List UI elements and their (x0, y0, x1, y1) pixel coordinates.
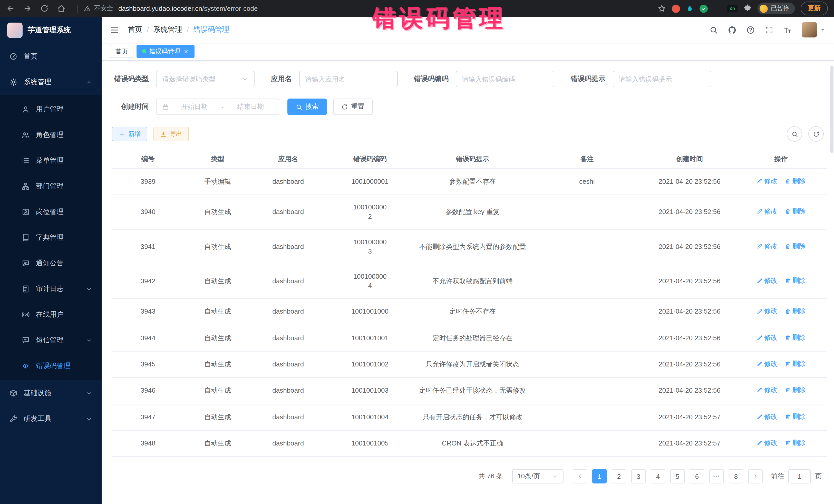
user-menu[interactable] (802, 22, 826, 38)
extension-drop-icon[interactable] (686, 4, 694, 13)
breadcrumb-system[interactable]: 系统管理 (153, 25, 182, 35)
tab-error-code[interactable]: 错误码管理 (136, 45, 195, 58)
browser-reload-icon[interactable] (40, 4, 49, 13)
page-button-2[interactable]: 2 (612, 469, 626, 483)
edit-link[interactable]: 修改 (756, 276, 777, 285)
sidebar-item-menu-list[interactable]: 菜单管理 (0, 148, 102, 174)
extensions-puzzle-icon[interactable] (743, 4, 752, 13)
date-range-picker[interactable]: 开始日期 - 结束日期 (156, 98, 279, 115)
delete-link[interactable]: 删除 (785, 177, 806, 186)
sidebar-item-badge[interactable]: 岗位管理 (0, 199, 102, 225)
delete-link[interactable]: 删除 (785, 241, 806, 251)
security-indicator[interactable]: 不安全 (84, 4, 113, 13)
delete-icon (785, 361, 791, 367)
browser-home-icon[interactable] (57, 4, 66, 13)
check-icon (701, 6, 706, 11)
sidebar-item-label: 角色管理 (36, 130, 64, 139)
next-page-button[interactable] (748, 469, 763, 483)
edit-link[interactable]: 修改 (756, 359, 777, 369)
close-icon[interactable] (183, 48, 189, 54)
hamburger-icon[interactable] (110, 25, 119, 35)
error-code-input[interactable] (456, 71, 554, 87)
font-size-icon[interactable] (783, 25, 792, 34)
page-button-1[interactable]: 1 (592, 469, 607, 483)
error-type-select[interactable]: 请选择错误码类型 (156, 71, 255, 87)
sidebar-item-devtools[interactable]: 研发工具 (0, 406, 102, 432)
sidebar-item-infra[interactable]: 基础设施 (0, 380, 102, 406)
table-row: 3942自动生成dashboard1001000004不允许获取敏感配置到前端2… (112, 264, 827, 299)
page-button-5[interactable]: 5 (670, 469, 685, 483)
edit-icon (756, 440, 763, 446)
edit-link[interactable]: 修改 (756, 438, 777, 447)
delete-link[interactable]: 删除 (785, 333, 806, 342)
breadcrumb-home[interactable]: 首页 (128, 25, 142, 35)
toggle-search-button[interactable] (787, 126, 802, 141)
fullscreen-icon[interactable] (765, 25, 773, 34)
help-icon[interactable] (746, 25, 755, 34)
sidebar-item-tree[interactable]: 部门管理 (0, 174, 102, 199)
sidebar-item-user[interactable]: 用户管理 (0, 96, 102, 122)
pager-goto: 前往 页 (771, 469, 822, 483)
edit-icon (756, 243, 763, 249)
delete-link[interactable]: 删除 (785, 438, 806, 447)
edit-link[interactable]: 修改 (756, 207, 777, 216)
sidebar-item-home[interactable]: 首页 (0, 44, 102, 69)
add-button[interactable]: 新增 (112, 127, 147, 141)
page-button-6[interactable]: 6 (690, 469, 704, 483)
delete-link-label: 删除 (792, 333, 806, 342)
delete-link[interactable]: 删除 (785, 359, 806, 369)
sidebar-item-system[interactable]: 系统管理 (0, 69, 102, 95)
bookmark-star-icon[interactable] (657, 4, 666, 13)
extension-on-icon[interactable]: on (727, 5, 738, 12)
sidebar-item-code[interactable]: 错误码管理 (0, 353, 102, 379)
app-logo-row[interactable]: 芋道管理系统 (0, 17, 102, 44)
extension-grid-icon[interactable] (714, 4, 722, 13)
page-size-select[interactable]: 10条/页 (512, 469, 564, 483)
pager-ellipsis[interactable]: ••• (709, 469, 724, 483)
edit-link[interactable]: 修改 (756, 333, 777, 342)
search-button[interactable]: 搜索 (287, 98, 327, 115)
browser-forward-icon[interactable] (23, 4, 32, 13)
app-name-input[interactable] (299, 71, 397, 87)
sidebar-item-sms[interactable]: 短信管理 (0, 327, 102, 353)
edit-link[interactable]: 修改 (756, 241, 777, 251)
export-button[interactable]: 导出 (153, 127, 189, 141)
browser-extensions-area: on 已暂停 更新 (657, 2, 828, 15)
delete-link[interactable]: 删除 (785, 412, 806, 421)
delete-link[interactable]: 删除 (785, 386, 806, 395)
sidebar-item-book[interactable]: 字典管理 (0, 225, 102, 250)
prev-page-button[interactable] (573, 469, 587, 483)
sidebar-item-notice[interactable]: 通知公告 (0, 250, 102, 276)
user-icon (22, 105, 30, 113)
sidebar-item-label: 审计日志 (36, 284, 64, 293)
page-button-8[interactable]: 8 (729, 469, 743, 483)
sidebar-item-log[interactable]: 审计日志 (0, 276, 102, 302)
edit-link[interactable]: 修改 (756, 177, 777, 186)
sidebar-item-online[interactable]: 在线用户 (0, 302, 102, 327)
paused-badge[interactable]: 已暂停 (758, 3, 795, 14)
extension-red-icon[interactable] (672, 4, 680, 13)
reset-button[interactable]: 重置 (333, 98, 373, 115)
page-button-4[interactable]: 4 (651, 469, 665, 483)
edit-link[interactable]: 修改 (756, 307, 777, 316)
address-bar[interactable]: dashboard.yudao.iocoder.cn/system/error-… (118, 5, 653, 12)
page-content: 错误码类型 请选择错误码类型 应用名 错误码编码 错误码提示 创建时间 (102, 61, 834, 504)
refresh-table-button[interactable] (808, 126, 824, 141)
delete-link[interactable]: 删除 (785, 307, 806, 316)
error-hint-input[interactable] (613, 71, 711, 87)
github-icon[interactable] (728, 25, 737, 34)
edit-link[interactable]: 修改 (756, 412, 777, 421)
delete-link[interactable]: 删除 (785, 207, 806, 216)
browser-back-icon[interactable] (6, 4, 15, 13)
page-goto-input[interactable] (788, 469, 811, 483)
tab-home[interactable]: 首页 (110, 45, 133, 58)
extension-check-icon[interactable] (700, 4, 708, 13)
header-search-icon[interactable] (709, 25, 718, 34)
edit-link[interactable]: 修改 (756, 386, 777, 395)
sidebar-item-users[interactable]: 角色管理 (0, 122, 102, 148)
page-button-3[interactable]: 3 (631, 469, 646, 483)
scrollbar-thumb[interactable] (830, 66, 833, 153)
delete-link[interactable]: 删除 (785, 276, 806, 285)
browser-update-button[interactable]: 更新 (800, 2, 828, 15)
cell-app: dashboard (251, 299, 325, 325)
